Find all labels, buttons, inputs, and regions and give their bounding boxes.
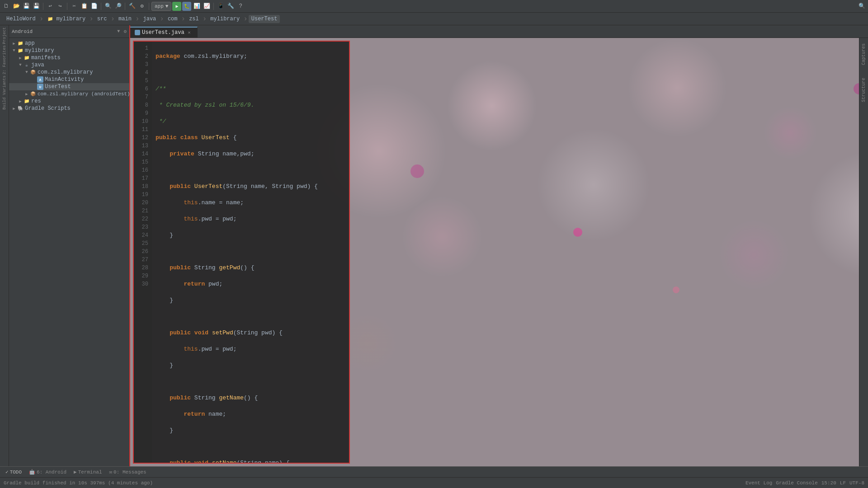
toolbar-icon-cut[interactable]: ✂ xyxy=(70,2,79,11)
nav-sep-2: › xyxy=(89,15,94,23)
todo-label: TODO xyxy=(10,469,22,475)
tree-item-mylibrary[interactable]: ▼ 📁 mylibrary xyxy=(9,47,129,54)
toolbar-icon-find[interactable]: 🔍 xyxy=(104,2,113,11)
line-12: } xyxy=(156,232,173,239)
debug-button[interactable]: 🐛 xyxy=(182,2,191,11)
toolbar-icon-help[interactable]: ? xyxy=(236,2,245,11)
folder-icon-res: 📁 xyxy=(24,98,30,104)
toolbar-icon-open[interactable]: 📂 xyxy=(12,2,21,11)
arrow-manifests: ▶ xyxy=(17,55,24,61)
right-strip: Captures Structure xyxy=(859,38,868,466)
favorites-side-label[interactable]: 2: Favorites xyxy=(2,45,7,75)
toolbar-icon-build[interactable]: 🔨 xyxy=(127,2,137,11)
line-4: * Created by zsl on 15/6/9. xyxy=(156,102,254,108)
tree-item-usertest[interactable]: ▶ U UserTest xyxy=(9,83,129,90)
toolbar-icon-paste[interactable]: 📄 xyxy=(90,2,99,11)
toolbar-icon-coverage[interactable]: 📊 xyxy=(192,2,201,11)
flower-6 xyxy=(718,219,790,291)
nav-usertest-label: UserTest xyxy=(251,16,278,22)
line-19: this.pwd = pwd; xyxy=(156,346,236,352)
toolbar-icon-avd[interactable]: 📱 xyxy=(216,2,225,11)
event-log-link[interactable]: Event Log xyxy=(745,480,772,486)
nav-tab-main[interactable]: main xyxy=(116,15,134,23)
bottom-tab-messages[interactable]: ✉ 0: Messages xyxy=(105,468,150,476)
line-col-indicator[interactable]: 15:20 xyxy=(821,480,836,486)
search-everywhere-icon[interactable]: 🔍 xyxy=(857,2,866,11)
toolbar-icon-copy[interactable]: 📋 xyxy=(80,2,89,11)
label-androidtest: com.zsl.mylibrary (androidTest) xyxy=(38,91,129,97)
label-pkg: com.zsl.mylibrary xyxy=(38,69,93,75)
toolbar-icon-settings[interactable]: ⚙ xyxy=(137,2,146,11)
captures-label[interactable]: Captures xyxy=(861,42,866,67)
toolbar-icon-redo[interactable]: ↪ xyxy=(56,2,65,11)
nav-tab-usertest[interactable]: UserTest xyxy=(249,15,280,23)
ln-7: 7 xyxy=(134,93,148,101)
gradle-icon: 🐘 xyxy=(17,105,24,112)
bottom-tab-todo[interactable]: ✓ TODO xyxy=(2,468,25,476)
nav-mylibrary-icon: 📁 xyxy=(47,16,53,22)
ln-23: 23 xyxy=(134,223,148,231)
tree-item-java[interactable]: ▼ ☕ java xyxy=(9,61,129,69)
code-content[interactable]: package com.zsl.mylibrary; /** * Created… xyxy=(152,42,349,463)
folder-icon-app: 📁 xyxy=(17,40,24,47)
nav-sep-3: › xyxy=(110,15,115,23)
panel-dropdown[interactable]: ▼ xyxy=(117,29,120,34)
tree-item-pkg[interactable]: ▼ 📦 com.zsl.mylibrary xyxy=(9,69,129,76)
toolbar-icon-sdk[interactable]: 🔧 xyxy=(226,2,235,11)
nav-src-label: src xyxy=(97,16,107,22)
nav-tab-mylibrary2[interactable]: mylibrary xyxy=(208,15,242,23)
status-bar: Gradle build finished in 10s 397ms (4 mi… xyxy=(0,477,868,488)
nav-tab-helloword[interactable]: HelloWord xyxy=(4,15,38,23)
panel-gear[interactable]: ⚙ xyxy=(123,28,127,34)
pkg-icon: 📦 xyxy=(30,69,36,75)
tree-item-mainactivity[interactable]: ▶ A MainActivity xyxy=(9,76,129,83)
ln-22: 22 xyxy=(134,215,148,223)
nav-tab-java[interactable]: java xyxy=(140,15,159,23)
ln-29: 29 xyxy=(134,272,148,280)
nav-tab-src[interactable]: src xyxy=(94,15,110,23)
arrow-java: ▼ xyxy=(17,62,24,68)
tree-item-gradle[interactable]: ▶ 🐘 Gradle Scripts xyxy=(9,105,129,112)
encoding-indicator[interactable]: UTF-8 xyxy=(849,480,864,486)
project-side-label[interactable]: Project xyxy=(2,27,7,44)
build-variants-label[interactable]: Build Variants xyxy=(2,75,7,110)
tree-item-res[interactable]: ▶ 📁 res xyxy=(9,98,129,105)
nav-tab-com[interactable]: com xyxy=(165,15,180,23)
run-config-arrow: ▼ xyxy=(165,4,169,9)
tree-item-app[interactable]: ▶ 📁 app xyxy=(9,40,129,47)
line-10: this.name = name; xyxy=(156,199,244,206)
code-scroll-area[interactable]: 1 2 3 4 5 6 7 8 9 10 11 12 13 14 xyxy=(134,42,349,463)
line-23: return name; xyxy=(156,411,226,418)
bottom-tab-terminal[interactable]: ▶ Terminal xyxy=(70,468,105,476)
gradle-console-link[interactable]: Gradle Console xyxy=(776,480,817,486)
toolbar-icon-replace[interactable]: 🔎 xyxy=(113,2,123,11)
toolbar-sep-2 xyxy=(67,3,67,10)
status-left: Gradle build finished in 10s 397ms (4 mi… xyxy=(4,480,153,486)
nav-sep-4: › xyxy=(135,15,140,23)
android-icon: 🤖 xyxy=(29,469,35,475)
panel-header: Android ▼ ⚙ xyxy=(9,25,129,38)
ln-28: 28 xyxy=(134,264,148,272)
tree-item-manifests[interactable]: ▶ 📁 manifests xyxy=(9,54,129,61)
file-tab-usertest[interactable]: UserTest.java ✕ xyxy=(130,27,198,38)
file-tab-close[interactable]: ✕ xyxy=(186,29,193,36)
nav-tab-zsl[interactable]: zsl xyxy=(186,15,202,23)
toolbar-icon-new[interactable]: 🗋 xyxy=(2,2,11,11)
line-sep-indicator[interactable]: LF xyxy=(840,480,846,486)
toolbar-icon-save[interactable]: 💾 xyxy=(22,2,31,11)
arrow-mylibrary: ▼ xyxy=(11,47,17,54)
run-button[interactable]: ▶ xyxy=(172,2,181,11)
ln-8: 8 xyxy=(134,101,148,109)
tree-item-androidtest[interactable]: ▶ 📦 com.zsl.mylibrary (androidTest) xyxy=(9,90,129,98)
toolbar-icon-save-all[interactable]: 💾 xyxy=(32,2,41,11)
nav-tab-mylibrary[interactable]: 📁 mylibrary xyxy=(44,15,88,23)
line-5: */ xyxy=(156,118,166,125)
ln-16: 16 xyxy=(134,166,148,174)
run-config-dropdown[interactable]: app ▼ xyxy=(151,2,171,11)
toolbar-icon-profile[interactable]: 📈 xyxy=(202,2,211,11)
android-label: 6: Android xyxy=(37,469,66,475)
bottom-tab-android[interactable]: 🤖 6: Android xyxy=(25,468,70,476)
structure-label[interactable]: Structure xyxy=(861,76,866,104)
toolbar-icon-undo[interactable]: ↩ xyxy=(46,2,55,11)
nav-sep-7: › xyxy=(203,15,207,23)
